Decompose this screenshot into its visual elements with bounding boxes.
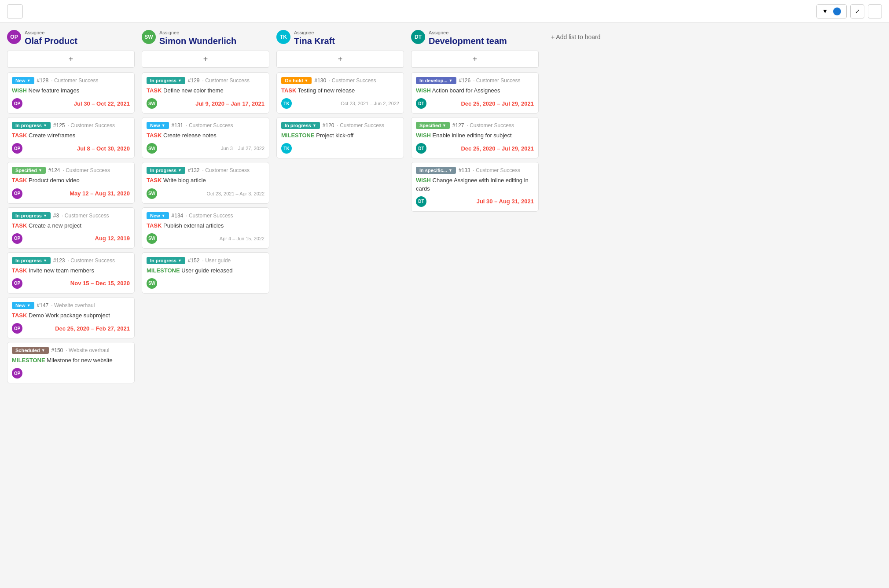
- card-number: #124: [48, 167, 60, 173]
- badge-arrow-icon: ▼: [27, 78, 31, 83]
- status-badge[interactable]: On hold ▼: [281, 77, 312, 84]
- status-badge[interactable]: New ▼: [147, 212, 169, 219]
- card-project: · Customer Success: [473, 167, 520, 173]
- task-card[interactable]: In progress ▼#132· Customer SuccessTASK …: [142, 162, 269, 203]
- board: OPAssigneeOlaf Product+New ▼#128· Custom…: [0, 23, 889, 588]
- card-number: #133: [459, 167, 470, 173]
- assignee-name-simon: Simon Wunderlich: [159, 36, 236, 46]
- assignee-name-olaf: Olaf Product: [25, 36, 77, 46]
- card-dates: Dec 25, 2020 – Feb 27, 2021: [55, 325, 130, 332]
- status-badge[interactable]: In develop... ▼: [416, 77, 456, 84]
- task-card[interactable]: New ▼#134· Customer SuccessTASK Publish …: [142, 207, 269, 249]
- card-avatar: SW: [147, 278, 157, 289]
- card-title: TASK Create a new project: [12, 222, 130, 230]
- status-badge[interactable]: In progress ▼: [12, 122, 51, 129]
- card-number: #127: [452, 122, 464, 129]
- status-badge[interactable]: In progress ▼: [147, 167, 185, 174]
- expand-button[interactable]: ⤢: [850, 4, 864, 18]
- card-type: TASK: [147, 222, 162, 229]
- card-dates: Oct 23, 2021 – Jun 2, 2022: [341, 101, 399, 106]
- column-header-devteam: DTAssigneeDevelopment team: [411, 30, 539, 46]
- add-card-button-devteam[interactable]: +: [411, 51, 539, 68]
- expand-icon: ⤢: [855, 8, 860, 15]
- avatar-devteam: DT: [411, 30, 425, 44]
- card-dates: Apr 4 – Jun 15, 2022: [220, 236, 264, 241]
- card-title: TASK Create wireframes: [12, 132, 130, 140]
- card-dates: Jul 30 – Aug 31, 2021: [477, 198, 534, 205]
- card-title: TASK Testing of new release: [281, 87, 399, 95]
- card-type: WISH: [416, 87, 431, 94]
- card-project: · Customer Success: [186, 122, 233, 129]
- column-header-tina: TKAssigneeTina Kraft: [276, 30, 404, 46]
- task-card[interactable]: In develop... ▼#126· Customer SuccessWIS…: [411, 72, 539, 114]
- status-badge[interactable]: Specified ▼: [416, 122, 450, 129]
- task-card[interactable]: Specified ▼#124· Customer SuccessTASK Pr…: [7, 162, 135, 203]
- add-list-button[interactable]: + Add list to board: [546, 30, 606, 44]
- task-card[interactable]: On hold ▼#130· Customer SuccessTASK Test…: [276, 72, 404, 114]
- card-avatar: TK: [281, 98, 292, 109]
- card-type: WISH: [12, 87, 27, 94]
- card-dates: Nov 15 – Dec 15, 2020: [70, 280, 130, 287]
- badge-arrow-icon: ▼: [43, 258, 47, 263]
- status-badge[interactable]: New ▼: [147, 122, 169, 129]
- task-card[interactable]: In progress ▼#3· Customer SuccessTASK Cr…: [7, 207, 135, 249]
- card-project: · Customer Success: [467, 122, 514, 129]
- card-project: · User guide: [202, 257, 231, 264]
- card-title: TASK Publish external articles: [147, 222, 264, 230]
- card-avatar: TK: [281, 143, 292, 154]
- task-card[interactable]: In progress ▼#123· Customer SuccessTASK …: [7, 252, 135, 294]
- status-badge[interactable]: Scheduled ▼: [12, 347, 49, 354]
- task-card[interactable]: New ▼#128· Customer SuccessWISH New feat…: [7, 72, 135, 114]
- card-number: #129: [188, 77, 200, 84]
- back-button[interactable]: [7, 4, 23, 18]
- avatar-olaf: OP: [7, 30, 21, 44]
- task-card[interactable]: In specific... ▼#133· Customer SuccessWI…: [411, 162, 539, 211]
- card-title: WISH Enable inline editing for subject: [416, 132, 534, 140]
- task-card[interactable]: New ▼#147· Website overhaulTASK Demo Wor…: [7, 297, 135, 338]
- badge-arrow-icon: ▼: [41, 348, 45, 353]
- assignee-name-devteam: Development team: [429, 36, 507, 46]
- add-card-button-tina[interactable]: +: [276, 51, 404, 68]
- status-badge[interactable]: New ▼: [12, 77, 34, 84]
- add-card-button-simon[interactable]: +: [142, 51, 269, 68]
- task-card[interactable]: In progress ▼#120· Customer SuccessMILES…: [276, 117, 404, 158]
- card-type: TASK: [147, 177, 162, 184]
- card-dates: Jun 3 – Jul 27, 2022: [221, 146, 264, 151]
- card-type: TASK: [12, 222, 27, 229]
- card-type: TASK: [12, 267, 27, 274]
- card-number: #152: [188, 257, 200, 264]
- status-badge[interactable]: Specified ▼: [12, 167, 46, 174]
- card-type: TASK: [12, 177, 27, 184]
- card-type: MILESTONE: [281, 132, 315, 139]
- column-simon: SWAssigneeSimon Wunderlich+In progress ▼…: [142, 30, 269, 297]
- more-button[interactable]: [868, 4, 882, 18]
- badge-arrow-icon: ▼: [448, 168, 452, 173]
- task-card[interactable]: New ▼#131· Customer SuccessTASK Create r…: [142, 117, 269, 158]
- status-badge[interactable]: In progress ▼: [147, 257, 185, 264]
- filter-button[interactable]: ▼: [816, 4, 847, 18]
- card-avatar: OP: [12, 368, 22, 379]
- add-card-button-olaf[interactable]: +: [7, 51, 135, 68]
- card-project: · Customer Success: [62, 213, 109, 219]
- task-card[interactable]: In progress ▼#152· User guideMILESTONE U…: [142, 252, 269, 294]
- status-badge[interactable]: In progress ▼: [281, 122, 320, 129]
- card-avatar: SW: [147, 143, 157, 154]
- status-badge[interactable]: New ▼: [12, 302, 34, 309]
- task-card[interactable]: In progress ▼#129· Customer SuccessTASK …: [142, 72, 269, 114]
- card-number: #126: [459, 77, 471, 84]
- card-type: TASK: [147, 87, 162, 94]
- badge-arrow-icon: ▼: [38, 168, 42, 173]
- badge-arrow-icon: ▼: [178, 168, 182, 173]
- card-avatar: OP: [12, 278, 22, 289]
- status-badge[interactable]: In progress ▼: [12, 257, 51, 264]
- avatar-tina: TK: [276, 30, 290, 44]
- card-type: TASK: [281, 87, 296, 94]
- status-badge[interactable]: In progress ▼: [12, 212, 51, 219]
- status-badge[interactable]: In specific... ▼: [416, 167, 456, 174]
- column-header-olaf: OPAssigneeOlaf Product: [7, 30, 135, 46]
- task-card[interactable]: Specified ▼#127· Customer SuccessWISH En…: [411, 117, 539, 158]
- task-card[interactable]: Scheduled ▼#150· Website overhaulMILESTO…: [7, 342, 135, 383]
- task-card[interactable]: In progress ▼#125· Customer SuccessTASK …: [7, 117, 135, 158]
- status-badge[interactable]: In progress ▼: [147, 77, 185, 84]
- column-header-simon: SWAssigneeSimon Wunderlich: [142, 30, 269, 46]
